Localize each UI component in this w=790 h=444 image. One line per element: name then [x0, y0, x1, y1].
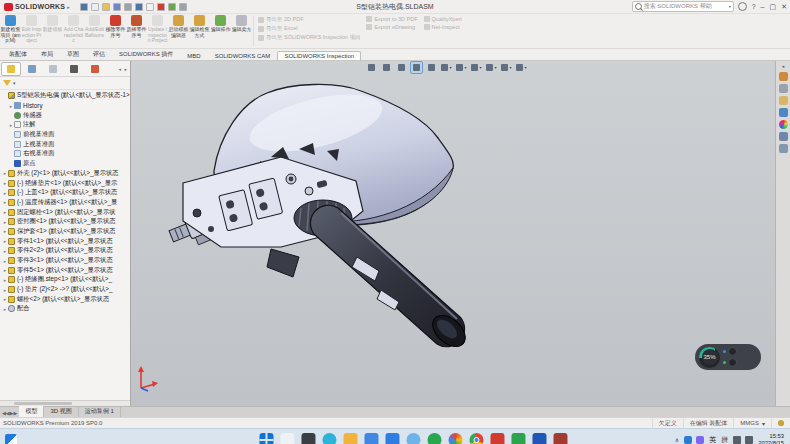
overlay-button-top[interactable] [728, 347, 737, 356]
zoom-area-icon[interactable] [380, 61, 393, 74]
solidworks-logo[interactable]: SOLIDWORKS ▸ [0, 3, 74, 11]
ribbon-button[interactable]: 启动模板编辑器 [168, 14, 189, 48]
task-view-icon[interactable] [301, 433, 315, 444]
view-settings-icon[interactable]: ▾ [515, 61, 528, 74]
tree-item-part[interactable]: ▸(-) 温度传感器<1> (默认<<默认>_显 [0, 198, 130, 208]
edit-appearance-icon[interactable]: ▾ [485, 61, 498, 74]
tab-评估[interactable]: 评估 [86, 48, 112, 60]
tab-SOLIDWORKS 插件[interactable]: SOLIDWORKS 插件 [112, 48, 180, 60]
dropdown-arrow-icon[interactable]: ▾ [464, 65, 466, 70]
doc-tab-运动算例 1[interactable]: 运动算例 1 [79, 406, 121, 417]
file-explorer-pane-icon[interactable] [779, 96, 788, 105]
tree-item-annotations[interactable]: ▸注解 [0, 120, 130, 130]
appearances-scenes-icon[interactable] [779, 120, 788, 129]
featuremanager-tab-icon[interactable] [1, 62, 21, 76]
search-taskbar-icon[interactable] [280, 433, 294, 444]
solidworks-resources-icon[interactable] [779, 72, 788, 81]
recorder-overlay[interactable]: 35% [695, 344, 761, 370]
tree-item-part[interactable]: ▸(-) 绝缘圈.step<1> (默认<<默认>_ [0, 275, 130, 285]
dropdown-arrow-icon[interactable]: ▾ [524, 65, 526, 70]
panel-tab-scroll-arrows[interactable]: ◂ ▸ [119, 66, 129, 72]
tab-草图[interactable]: 草图 [60, 48, 86, 60]
task-pane-collapse-icon[interactable]: ◂ [782, 63, 785, 69]
tree-item-part[interactable]: ▸保护套<1> (默认<<默认>_显示状态 [0, 227, 130, 237]
tree-item-plane[interactable]: 右视基准面 [0, 149, 130, 159]
tab-MBD[interactable]: MBD [180, 51, 207, 60]
edge-icon[interactable] [322, 433, 336, 444]
tray-chevron-icon[interactable]: ∧ [675, 436, 679, 443]
tree-item-plane[interactable]: 上视基准面 [0, 139, 130, 149]
tab-装配体[interactable]: 装配体 [2, 48, 34, 60]
file-properties-icon[interactable] [168, 3, 176, 11]
graphics-viewport[interactable]: ▾▾▾▾▾▾ [131, 61, 775, 406]
configurationmanager-tab-icon[interactable] [43, 62, 63, 76]
tree-item-part[interactable]: ▸(-) 上盖<1> (默认<<默认>_显示状态 [0, 188, 130, 198]
wps-icon[interactable] [511, 433, 525, 444]
tab-nav-arrows[interactable]: ◀◀▶▶ [0, 410, 19, 417]
tab-SOLIDWORKS Inspection[interactable]: SOLIDWORKS Inspection [277, 51, 361, 60]
start-icon[interactable] [259, 433, 273, 444]
widgets-icon[interactable] [5, 434, 17, 444]
status-notifications[interactable] [771, 418, 790, 428]
tree-item-assembly[interactable]: S型铠装热电偶 (默认<默认_显示状态-1> [0, 91, 130, 101]
cast-tray-icon[interactable] [733, 436, 741, 444]
dropdown-arrow-icon[interactable]: ▾ [494, 65, 496, 70]
tree-item-sensors[interactable]: 传感器 [0, 110, 130, 120]
tree-item-part[interactable]: ▸螺栓<2> (默认<<默认>_显示状态 [0, 294, 130, 304]
filter-icon[interactable] [3, 80, 11, 86]
undo-icon[interactable] [135, 3, 143, 11]
tree-horizontal-scrollbar[interactable] [0, 400, 130, 406]
annotation-views-icon[interactable]: ▾ [440, 61, 453, 74]
tree-item-part[interactable]: ▸外壳 (2)<1> (默认<<默认>_显示状态 [0, 169, 130, 179]
ribbon-button[interactable]: 编辑卖方 [231, 14, 252, 48]
dropdown-arrow-icon[interactable]: ▾ [509, 65, 511, 70]
new-document-icon[interactable] [91, 3, 99, 11]
minimize-button[interactable]: – [761, 2, 765, 11]
ribbon-button[interactable]: 移除零件序号 [105, 14, 126, 48]
forum-icon[interactable] [779, 144, 788, 153]
tree-item-origin[interactable]: 原点 [0, 159, 130, 169]
tree-item-part[interactable]: ▸零件5<1> (默认<<默认>_显示状态 [0, 265, 130, 275]
zoom-fit-icon[interactable] [365, 61, 378, 74]
view-palette-icon[interactable] [779, 108, 788, 117]
chrome-icon[interactable] [469, 433, 483, 444]
ribbon-button[interactable]: 编辑检查方式 [189, 14, 210, 48]
translate-tray-icon[interactable] [684, 436, 692, 444]
overlay-button-bottom[interactable] [728, 358, 737, 367]
open-icon[interactable] [102, 3, 110, 11]
filter-dropdown-icon[interactable]: ▾ [13, 80, 16, 86]
tree-item-part[interactable]: ▸零件3<1> (默认<<默认>_显示状态 [0, 256, 130, 266]
security-tray-icon[interactable] [696, 436, 704, 444]
tree-item-part[interactable]: ▸(-) 绝缘垫片<1> (默认<<默认>_显示 [0, 178, 130, 188]
tree-item-plane[interactable]: 前视基准面 [0, 130, 130, 140]
rebuild-icon[interactable] [157, 3, 165, 11]
doc-tab-3D 视图[interactable]: 3D 视图 [44, 406, 78, 417]
ime-pinyin-indicator[interactable]: 拼 [721, 435, 728, 444]
360-browser-icon[interactable] [427, 433, 441, 444]
tree-item-mates[interactable]: ▸配合 [0, 304, 130, 314]
view-orientation-icon[interactable] [410, 61, 423, 74]
volume-tray-icon[interactable] [745, 436, 753, 444]
tree-item-part[interactable]: ▸零件1<1> (默认<<默认>_显示状态 [0, 236, 130, 246]
search-dropdown-icon[interactable]: ▾ [729, 4, 731, 9]
taskbar-clock[interactable]: 15:53 2022/8/15 [758, 433, 784, 444]
propertymanager-tab-icon[interactable] [22, 62, 42, 76]
unit-dropdown-icon[interactable]: ▾ [762, 420, 765, 427]
tab-SOLIDWORKS CAM[interactable]: SOLIDWORKS CAM [208, 51, 278, 60]
section-view-icon[interactable] [425, 61, 438, 74]
hide-show-items-icon[interactable]: ▾ [470, 61, 483, 74]
file-explorer-icon[interactable] [343, 433, 357, 444]
display-style-icon[interactable]: ▾ [455, 61, 468, 74]
ribbon-button[interactable]: 新建检查项目 (amp;M) [0, 14, 21, 48]
apply-scene-icon[interactable]: ▾ [500, 61, 513, 74]
select-icon[interactable] [146, 3, 154, 11]
close-button[interactable]: ✕ [781, 2, 787, 11]
tree-item-history[interactable]: ▸History [0, 101, 130, 111]
tree-item-part[interactable]: ▸(-) 垫片 (2)<2> ->? (默认<<默认>_ [0, 285, 130, 295]
tree-item-part[interactable]: ▸固定螺栓<1> (默认<<默认>_显示状 [0, 207, 130, 217]
restore-button[interactable]: ▢ [770, 2, 777, 11]
home-icon[interactable] [80, 3, 88, 11]
search-input[interactable]: 搜索 SOLIDWORKS 帮助 ▾ [632, 1, 734, 12]
dropdown-arrow-icon[interactable]: ▾ [449, 65, 451, 70]
browser-icon[interactable] [448, 433, 462, 444]
